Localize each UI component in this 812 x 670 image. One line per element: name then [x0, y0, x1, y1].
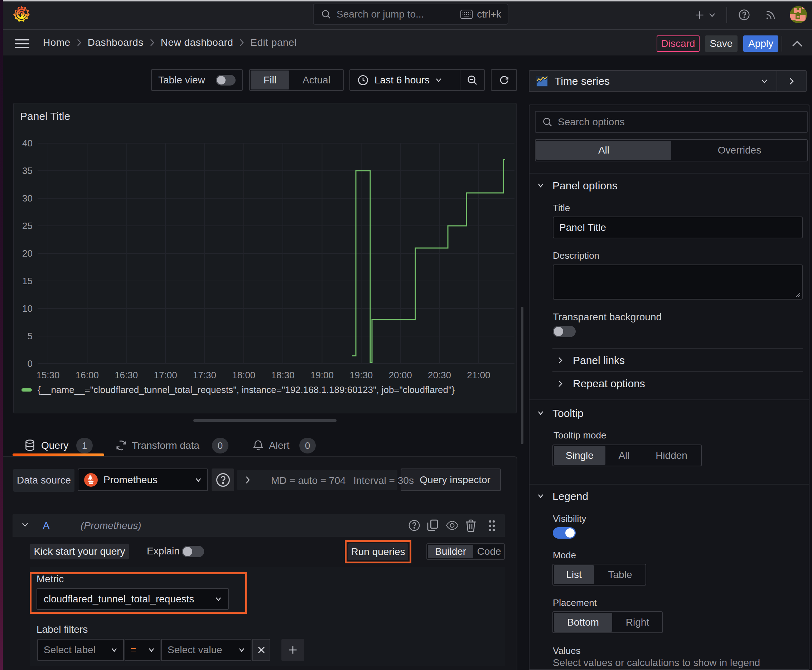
svg-text:17:30: 17:30: [193, 370, 216, 381]
svg-text:40: 40: [22, 138, 32, 149]
svg-text:20:00: 20:00: [389, 370, 412, 381]
svg-text:20: 20: [22, 248, 32, 259]
svg-text:{__name__="cloudflared_tunnel_: {__name__="cloudflared_tunnel_total_requ…: [37, 384, 455, 395]
svg-text:15:30: 15:30: [36, 370, 59, 381]
svg-text:15: 15: [22, 276, 32, 286]
svg-text:25: 25: [22, 220, 32, 231]
svg-text:21:00: 21:00: [467, 370, 490, 381]
svg-text:16:00: 16:00: [76, 370, 99, 381]
svg-text:18:00: 18:00: [232, 370, 255, 381]
svg-text:17:00: 17:00: [154, 370, 177, 381]
svg-text:18:30: 18:30: [271, 370, 295, 381]
svg-text:35: 35: [22, 165, 32, 176]
svg-text:16:30: 16:30: [115, 370, 138, 381]
svg-text:0: 0: [27, 358, 32, 369]
svg-text:19:00: 19:00: [310, 370, 334, 381]
svg-text:10: 10: [22, 303, 32, 314]
svg-text:5: 5: [27, 331, 32, 342]
svg-text:19:30: 19:30: [349, 370, 373, 381]
svg-text:30: 30: [22, 193, 32, 204]
svg-text:20:30: 20:30: [428, 370, 451, 381]
